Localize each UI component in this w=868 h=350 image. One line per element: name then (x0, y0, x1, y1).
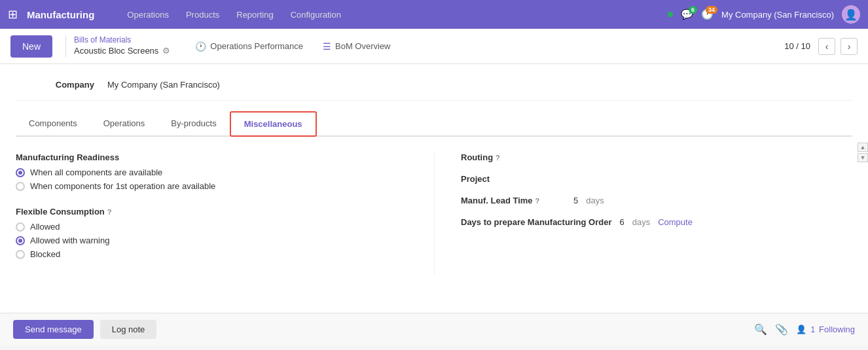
tabs-row: Components Operations By-products Miscel… (16, 111, 852, 137)
messages-btn[interactable]: 💬 6 (681, 9, 693, 20)
nav-links: Operations Products Reporting Configurat… (120, 7, 348, 22)
follow-btn[interactable]: 👤 1 Following (796, 324, 855, 334)
routing-label: Routing ? (461, 152, 566, 162)
form-left: Manufacturing Readiness When all compone… (16, 152, 434, 275)
log-note-btn[interactable]: Log note (100, 320, 157, 339)
radio-first-op-label: When components for 1st operation are av… (30, 181, 215, 191)
radio-allowed-warning-label: Allowed with warning (30, 236, 109, 245)
footer-bar: Send message Log note 🔍 📎 👤 1 Following (0, 313, 868, 345)
breadcrumb-actions: 🕐 Operations Performance ☰ BoM Overview (189, 38, 397, 55)
footer-right: 🔍 📎 👤 1 Following (754, 323, 855, 336)
top-navigation: ⊞ Manufacturing Operations Products Repo… (0, 0, 868, 29)
main-content: Company My Company (San Francisco) Compo… (0, 64, 868, 313)
radio-allowed-label: Allowed (30, 222, 60, 232)
form-grid: Manufacturing Readiness When all compone… (16, 137, 852, 290)
breadcrumb-title[interactable]: Bills of Materials (74, 35, 170, 46)
flexible-consumption-field: Flexible Consumption ? Allowed Allowed w… (16, 207, 421, 259)
tab-components[interactable]: Components (16, 112, 90, 136)
nav-configuration[interactable]: Configuration (284, 7, 348, 22)
brand-label: Manufacturing (27, 9, 94, 20)
new-button[interactable]: New (10, 35, 52, 58)
radio-allowed-circle[interactable] (16, 222, 25, 232)
form-right: Routing ? Project Manuf. Lead Time ? (434, 152, 852, 275)
prev-page-btn[interactable]: ‹ (818, 38, 835, 55)
company-label: Company (16, 80, 94, 90)
send-message-btn[interactable]: Send message (13, 320, 94, 339)
company-value: My Company (San Francisco) (107, 80, 220, 90)
nav-products[interactable]: Products (179, 7, 226, 22)
days-prepare-unit: days (632, 217, 650, 227)
days-prepare-label: Days to prepare Manufacturing Order (461, 217, 611, 227)
flexible-consumption-help: ? (107, 208, 112, 216)
project-label: Project (461, 174, 566, 184)
settings-gear-icon[interactable]: ⚙ (162, 46, 170, 57)
radio-blocked[interactable]: Blocked (16, 249, 421, 259)
manuf-lead-time-field: Manuf. Lead Time ? 5 days (461, 196, 839, 205)
days-prepare-field: Days to prepare Manufacturing Order 6 da… (461, 217, 839, 227)
compute-btn[interactable]: Compute (658, 217, 693, 227)
scroll-up-btn[interactable]: ▲ (858, 143, 868, 152)
breadcrumb-right: 10 / 10 ‹ › (784, 38, 858, 55)
radio-all-components[interactable]: When all components are available (16, 167, 421, 177)
bom-overview-btn[interactable]: ☰ BoM Overview (316, 38, 397, 55)
followers-count: 1 (810, 325, 815, 334)
radio-blocked-label: Blocked (30, 249, 60, 259)
radio-first-op-circle[interactable] (16, 182, 25, 191)
ops-performance-btn[interactable]: 🕐 Operations Performance (189, 38, 310, 55)
page-count: 10 / 10 (784, 41, 810, 51)
grid-icon[interactable]: ⊞ (8, 7, 18, 22)
days-prepare-value[interactable]: 6 (619, 217, 624, 227)
activities-badge: 34 (706, 6, 717, 14)
breadcrumb-item-name: Acoustic Bloc Screens (74, 46, 158, 57)
manuf-lead-time-label: Manuf. Lead Time ? (461, 196, 566, 205)
nav-operations[interactable]: Operations (120, 7, 175, 22)
breadcrumb-subtitle: Acoustic Bloc Screens ⚙ (74, 46, 170, 57)
bom-overview-label: BoM Overview (335, 41, 391, 51)
project-field: Project (461, 174, 839, 184)
radio-all-components-label: When all components are available (30, 167, 162, 177)
tab-byproducts[interactable]: By-products (158, 112, 229, 136)
radio-first-op[interactable]: When components for 1st operation are av… (16, 181, 421, 191)
manuf-lead-time-help: ? (535, 197, 540, 205)
radio-blocked-circle[interactable] (16, 250, 25, 259)
radio-all-components-circle[interactable] (16, 168, 25, 177)
manufacturing-readiness-field: Manufacturing Readiness When all compone… (16, 152, 421, 191)
radio-allowed-warning-circle[interactable] (16, 236, 25, 245)
online-dot (668, 12, 673, 17)
next-page-btn[interactable]: › (841, 38, 858, 55)
user-avatar[interactable]: 👤 (842, 5, 860, 24)
follow-user-icon: 👤 (796, 324, 806, 334)
radio-allowed[interactable]: Allowed (16, 222, 421, 232)
manufacturing-readiness-label: Manufacturing Readiness (16, 152, 421, 162)
search-icon[interactable]: 🔍 (754, 323, 767, 336)
list-icon: ☰ (323, 41, 331, 52)
clock-icon: 🕐 (195, 41, 206, 52)
radio-allowed-warning[interactable]: Allowed with warning (16, 236, 421, 245)
manuf-lead-time-value[interactable]: 5 (573, 196, 578, 205)
scrollbar[interactable]: ▲ ▼ (858, 143, 868, 162)
company-name: My Company (San Francisco) (721, 10, 834, 20)
ops-perf-label: Operations Performance (210, 41, 303, 51)
main-wrapper: Company My Company (San Francisco) Compo… (0, 64, 868, 313)
company-row: Company My Company (San Francisco) (16, 75, 852, 101)
tab-miscellaneous[interactable]: Miscellaneous (230, 111, 317, 137)
attachment-icon[interactable]: 📎 (775, 323, 788, 336)
messages-badge: 6 (689, 6, 697, 14)
routing-field: Routing ? (461, 152, 839, 162)
manuf-lead-time-unit: days (586, 196, 604, 205)
tab-operations[interactable]: Operations (90, 112, 158, 136)
flexible-consumption-label: Flexible Consumption ? (16, 207, 421, 217)
breadcrumb-bar: New Bills of Materials Acoustic Bloc Scr… (0, 29, 868, 64)
following-label: Following (819, 324, 855, 334)
breadcrumb-info: Bills of Materials Acoustic Bloc Screens… (65, 35, 170, 56)
routing-help: ? (496, 154, 500, 162)
nav-reporting[interactable]: Reporting (230, 7, 280, 22)
activities-btn[interactable]: 🕐 34 (701, 9, 714, 20)
scroll-down-btn[interactable]: ▼ (858, 153, 868, 162)
